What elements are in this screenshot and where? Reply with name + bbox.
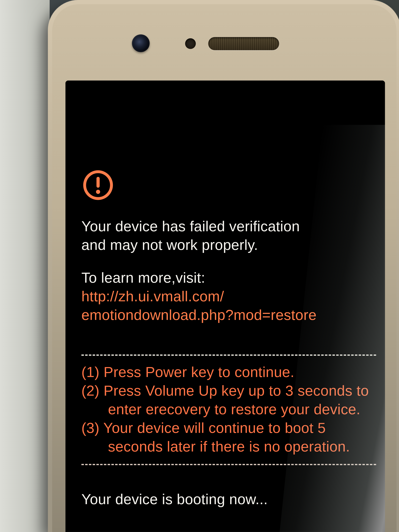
warning-icon-row xyxy=(82,169,376,201)
proximity-sensor xyxy=(185,38,196,49)
phone-screen: Your device has failed verification and … xyxy=(65,81,385,532)
option-2: (2) Press Volume Up key up to 3 seconds … xyxy=(81,381,376,419)
earpiece-speaker xyxy=(208,37,279,50)
verification-line-2: and may not work properly. xyxy=(81,236,376,254)
divider-bottom xyxy=(81,464,376,465)
options-list: (1) Press Power key to continue. (2) Pre… xyxy=(81,363,376,456)
svg-point-2 xyxy=(96,190,100,194)
svg-rect-1 xyxy=(96,177,100,188)
bootloader-message: Your device has failed verification and … xyxy=(81,169,376,508)
phone-top-bezel xyxy=(52,4,397,81)
phone-frame: Your device has failed verification and … xyxy=(52,4,397,532)
learn-more-block: To learn more,visit: http://zh.ui.vmall.… xyxy=(81,268,376,324)
phone-body: Your device has failed verification and … xyxy=(48,0,399,532)
learn-more-url-line-1: http://zh.ui.vmall.com/ xyxy=(81,287,376,306)
learn-more-label: To learn more,visit: xyxy=(81,270,205,286)
boot-status-text: Your device is booting now... xyxy=(81,490,376,509)
verification-line-1: Your device has failed verification xyxy=(81,218,300,234)
option-3: (3) Your device will continue to boot 5 … xyxy=(81,419,376,456)
verification-failed-text: Your device has failed verification and … xyxy=(81,217,376,254)
divider-top xyxy=(81,355,376,356)
warning-icon xyxy=(82,169,114,201)
option-1: (1) Press Power key to continue. xyxy=(81,363,376,381)
photo-background xyxy=(0,0,50,532)
front-camera xyxy=(132,34,150,52)
learn-more-url-line-2: emotiondownload.php?mod=restore xyxy=(81,306,376,324)
